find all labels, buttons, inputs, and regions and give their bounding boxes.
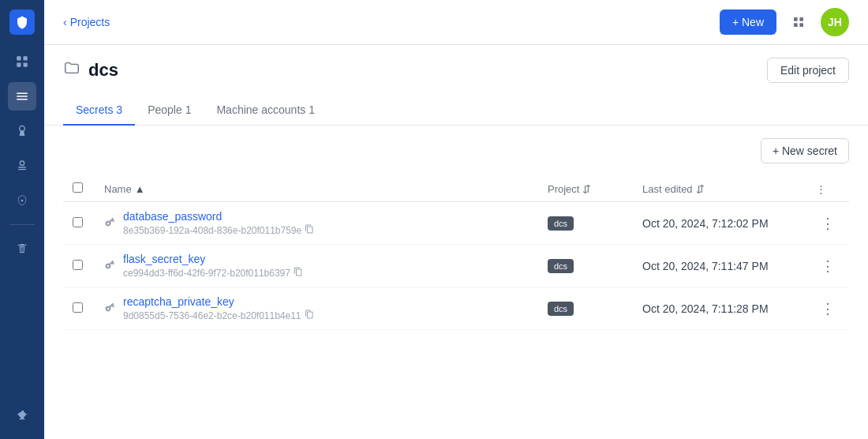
- more-options-header-icon: ⋮: [816, 183, 826, 195]
- secret-name-0[interactable]: database_password: [123, 210, 314, 223]
- row-actions-cell-0: ⋮: [806, 202, 849, 245]
- back-to-projects-link[interactable]: ‹ Projects: [63, 16, 110, 28]
- row-checkbox-0[interactable]: [73, 217, 83, 227]
- table-row: recaptcha_private_key 9d0855d5-7536-46e2…: [63, 287, 849, 330]
- table-row: flask_secret_key ce994dd3-ff6d-42f6-9f72…: [63, 245, 849, 287]
- new-secret-button[interactable]: + New secret: [761, 138, 849, 163]
- name-cell-0: database_password 8e35b369-192a-408d-836…: [95, 202, 538, 245]
- copy-uuid-button-2[interactable]: [305, 310, 314, 321]
- copy-uuid-button-0[interactable]: [305, 224, 314, 236]
- page-header: dcs Edit project: [44, 45, 868, 83]
- key-icon-2: [104, 302, 115, 315]
- project-badge-cell-1: dcs: [538, 245, 633, 287]
- tabs: Secrets 3 People 1 Machine accounts 1: [44, 96, 868, 126]
- select-all-header: [63, 176, 95, 202]
- copy-uuid-button-1[interactable]: [294, 267, 303, 279]
- sort-asc-icon: ▲: [135, 183, 145, 195]
- svg-rect-2: [17, 63, 21, 67]
- content-area: + New secret Name ▲ Proj: [44, 126, 868, 439]
- sidebar: [0, 0, 44, 439]
- name-column-header: Name ▲: [95, 176, 538, 202]
- topbar: ‹ Projects + New JH: [44, 0, 868, 45]
- row-checkbox-cell: [63, 287, 95, 330]
- tab-secrets[interactable]: Secrets 3: [63, 96, 135, 126]
- row-actions-cell-1: ⋮: [806, 245, 849, 287]
- last-edited-cell-0: Oct 20, 2024, 7:12:02 PM: [633, 202, 806, 245]
- new-button[interactable]: + New: [720, 9, 776, 35]
- row-more-button-2[interactable]: ⋮: [816, 297, 840, 321]
- secret-name-2[interactable]: recaptcha_private_key: [123, 295, 314, 308]
- sidebar-divider: [9, 224, 35, 225]
- row-checkbox-2[interactable]: [73, 302, 83, 313]
- row-actions-cell-2: ⋮: [806, 287, 849, 330]
- name-cell-2: recaptcha_private_key 9d0855d5-7536-46e2…: [95, 287, 538, 330]
- main-content: ‹ Projects + New JH dcs Edit pro: [44, 0, 868, 439]
- secret-uuid-2: 9d0855d5-7536-46e2-b2ce-b20f011b4e11: [123, 310, 314, 321]
- name-cell-1: flask_secret_key ce994dd3-ff6d-42f6-9f72…: [95, 245, 538, 287]
- last-edited-column-header: Last edited ⇵: [633, 176, 806, 202]
- row-checkbox-cell: [63, 245, 95, 287]
- tab-people[interactable]: People 1: [135, 96, 204, 126]
- secret-uuid-1: ce994dd3-ff6d-42f6-9f72-b20f011b6397: [123, 267, 303, 279]
- row-checkbox-1[interactable]: [73, 260, 83, 270]
- table-row: database_password 8e35b369-192a-408d-836…: [63, 202, 849, 245]
- secret-name-1[interactable]: flask_secret_key: [123, 253, 303, 265]
- svg-point-4: [21, 200, 24, 202]
- sidebar-item-network[interactable]: [8, 186, 36, 215]
- actions-bar: + New secret: [63, 138, 849, 163]
- avatar[interactable]: JH: [821, 8, 849, 36]
- svg-rect-0: [17, 56, 21, 60]
- grid-icon: [792, 16, 805, 28]
- secret-uuid-0: 8e35b369-192a-408d-836e-b20f011b759e: [123, 224, 314, 236]
- edit-project-button[interactable]: Edit project: [767, 58, 849, 83]
- sidebar-item-integrations[interactable]: [8, 152, 36, 180]
- sort-icon: ⇵: [696, 183, 705, 195]
- project-badge-cell-0: dcs: [538, 202, 633, 245]
- grid-view-button[interactable]: [784, 8, 813, 36]
- folder-icon: [63, 59, 80, 81]
- svg-rect-3: [24, 63, 28, 67]
- project-badge-1: dcs: [548, 259, 574, 273]
- row-more-button-1[interactable]: ⋮: [816, 254, 840, 278]
- topbar-right: + New JH: [720, 8, 849, 36]
- sort-icon: ⇵: [582, 183, 591, 195]
- svg-rect-8: [799, 23, 803, 27]
- chevron-left-icon: ‹: [63, 16, 67, 28]
- svg-rect-1: [24, 56, 28, 60]
- key-icon-1: [104, 259, 115, 272]
- sidebar-item-settings[interactable]: [8, 401, 36, 430]
- topbar-left: ‹ Projects: [63, 16, 110, 28]
- project-column-header: Project ⇵: [538, 176, 633, 202]
- back-label: Projects: [70, 16, 110, 28]
- key-icon-0: [104, 216, 115, 230]
- sidebar-logo[interactable]: [9, 9, 35, 35]
- project-badge-0: dcs: [548, 216, 574, 231]
- last-edited-cell-1: Oct 20, 2024, 7:11:47 PM: [633, 245, 806, 287]
- svg-rect-6: [799, 17, 803, 21]
- project-badge-2: dcs: [548, 302, 574, 316]
- sidebar-item-projects[interactable]: [8, 82, 36, 111]
- project-title: dcs: [63, 59, 118, 81]
- tab-machine-accounts[interactable]: Machine accounts 1: [204, 96, 327, 126]
- row-more-button-0[interactable]: ⋮: [816, 212, 840, 235]
- svg-rect-7: [794, 23, 798, 27]
- sidebar-item-secrets[interactable]: [8, 117, 36, 145]
- sidebar-item-home[interactable]: [8, 47, 36, 76]
- actions-column-header: ⋮: [806, 176, 849, 202]
- svg-rect-5: [794, 17, 798, 21]
- row-checkbox-cell: [63, 202, 95, 245]
- select-all-checkbox[interactable]: [73, 182, 83, 193]
- secrets-table: Name ▲ Project ⇵ Last edited ⇵: [63, 176, 849, 330]
- sidebar-item-trash[interactable]: [8, 235, 36, 263]
- last-edited-cell-2: Oct 20, 2024, 7:11:28 PM: [633, 287, 806, 330]
- project-badge-cell-2: dcs: [538, 287, 633, 330]
